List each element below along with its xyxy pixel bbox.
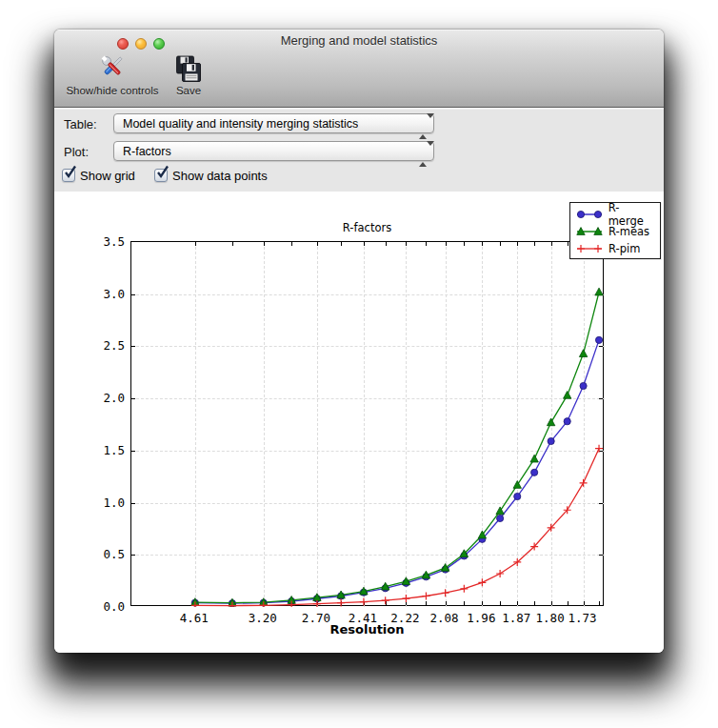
checkmark-icon: [64, 166, 77, 179]
save-floppy-icon: [174, 53, 203, 84]
legend-marker-icon: [575, 208, 604, 221]
plot-title: R-factors: [130, 221, 604, 234]
window-header: Merging and model statistics: [54, 30, 664, 108]
legend-label: R-merge: [608, 201, 654, 228]
show-grid-label: Show grid: [80, 169, 135, 183]
legend-label: R-pim: [608, 242, 640, 255]
series-line-r-merge: [195, 340, 599, 603]
table-popup-value: Model quality and intensity merging stat…: [123, 117, 358, 131]
legend-marker-icon: [575, 242, 604, 255]
plot-figure: R-factors 0.00.51.01.52.02.53.03.54.613.…: [54, 192, 664, 653]
legend-entry-r-meas: R-meas: [575, 223, 654, 240]
table-popup-menu[interactable]: Model quality and intensity merging stat…: [113, 113, 434, 133]
show-grid-checkbox[interactable]: [62, 169, 75, 182]
toolbar-item-label: Save: [167, 85, 210, 96]
y-tick-label: 1.5: [85, 443, 125, 457]
legend-label: R-meas: [608, 225, 649, 238]
plot-popup-menu[interactable]: R-factors: [113, 141, 434, 161]
checkmark-icon: [156, 166, 170, 179]
show-data-points-checkbox[interactable]: [154, 169, 168, 182]
series-plot-canvas: [131, 242, 605, 607]
series-line-r-meas: [195, 293, 599, 603]
window-title: Merging and model statistics: [54, 33, 664, 48]
controls-panel: Table: Model quality and intensity mergi…: [54, 109, 664, 192]
title-bar[interactable]: Merging and model statistics: [54, 30, 664, 51]
popup-arrows-icon: [419, 146, 427, 158]
y-tick-label: 1.0: [85, 495, 125, 510]
y-tick-label: 3.5: [85, 234, 125, 249]
y-tick-label: 2.5: [85, 338, 125, 353]
app-window: Merging and model statistics: [54, 30, 664, 653]
y-tick-label: 2.0: [85, 391, 125, 405]
tools-icon: [98, 53, 127, 84]
plot-label: Plot:: [64, 145, 89, 159]
show-hide-controls-button[interactable]: Show/hide controls: [60, 53, 165, 96]
y-tick-label: 3.0: [85, 287, 125, 301]
legend-entry-r-pim: R-pim: [575, 240, 654, 257]
toolbar-item-label: Show/hide controls: [60, 85, 165, 96]
screen-background: Merging and model statistics: [0, 0, 718, 728]
table-label: Table:: [64, 117, 97, 131]
plot-popup-value: R-factors: [123, 145, 171, 158]
plot-legend: R-mergeR-measR-pim: [569, 202, 661, 259]
save-button[interactable]: Save: [167, 53, 210, 96]
legend-marker-icon: [575, 225, 604, 238]
show-data-points-label: Show data points: [172, 169, 268, 183]
legend-entry-r-merge: R-merge: [575, 206, 654, 223]
y-tick-label: 0.5: [85, 547, 125, 561]
plot-axes: [130, 241, 604, 606]
series-line-r-pim: [195, 449, 599, 606]
x-axis-title: Resolution: [130, 622, 604, 637]
popup-arrows-icon: [419, 118, 427, 131]
y-tick-label: 0.0: [85, 599, 125, 614]
